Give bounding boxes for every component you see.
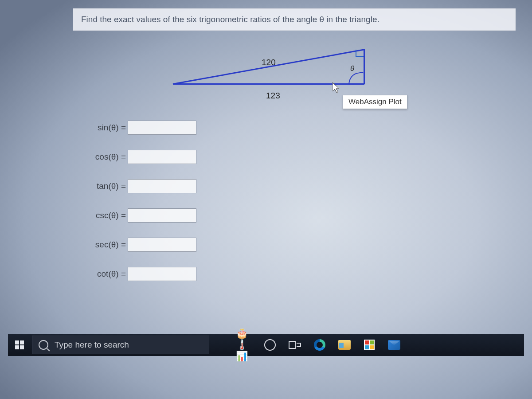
microsoft-store-icon[interactable] — [360, 336, 379, 354]
answer-row-cot: cot(θ) = — [82, 265, 196, 283]
answer-row-cos: cos(θ) = — [82, 148, 196, 166]
angle-theta-label: θ — [350, 64, 354, 73]
search-icon — [39, 340, 48, 350]
answer-input-sec[interactable] — [128, 238, 196, 252]
answer-input-cos[interactable] — [128, 150, 196, 164]
answer-label: sin(θ) = — [82, 123, 128, 133]
base-label: 123 — [266, 91, 280, 101]
task-view-icon[interactable] — [286, 336, 304, 354]
answer-row-csc: csc(θ) = — [82, 207, 196, 224]
answer-row-sin: sin(θ) = — [82, 119, 196, 137]
answer-label: sec(θ) = — [82, 240, 128, 250]
answer-input-tan[interactable] — [128, 179, 196, 193]
taskbar: Type here to search 🎂🌡️📊 — [8, 334, 524, 356]
answer-row-sec: sec(θ) = — [82, 236, 196, 254]
answer-input-sin[interactable] — [128, 121, 196, 135]
answers-block: sin(θ) = cos(θ) = tan(θ) = csc(θ) = sec(… — [82, 119, 196, 294]
triangle-figure: 120 123 θ WebAssign Plot — [168, 49, 417, 111]
answer-input-cot[interactable] — [128, 267, 196, 281]
cortana-icon[interactable] — [261, 336, 279, 354]
theta-arc-icon — [348, 72, 365, 85]
answer-label: cos(θ) = — [82, 152, 128, 162]
question-prompt: Find the exact values of the six trigono… — [81, 15, 379, 24]
question-box: Find the exact values of the six trigono… — [73, 8, 516, 31]
right-angle-mark-icon — [356, 50, 364, 57]
figure-tooltip: WebAssign Plot — [343, 95, 407, 109]
edge-browser-icon[interactable] — [310, 336, 329, 354]
start-button[interactable] — [8, 334, 31, 356]
emoji-widget-icon[interactable]: 🎂🌡️📊 — [236, 336, 254, 354]
triangle-shape: 120 123 θ — [173, 49, 364, 89]
answer-input-csc[interactable] — [128, 208, 196, 223]
answer-label: csc(θ) = — [82, 211, 128, 220]
hypotenuse-label: 120 — [262, 58, 276, 67]
answer-label: cot(θ) = — [82, 269, 128, 279]
taskbar-search[interactable]: Type here to search — [32, 336, 209, 354]
windows-logo-icon — [15, 340, 24, 349]
question-panel: Find the exact values of the six trigono… — [35, 0, 519, 324]
search-placeholder: Type here to search — [55, 340, 129, 350]
taskbar-icons: 🎂🌡️📊 — [236, 336, 403, 354]
mail-icon[interactable] — [385, 336, 403, 354]
answer-row-tan: tan(θ) = — [82, 177, 196, 195]
answer-label: tan(θ) = — [82, 181, 128, 191]
file-explorer-icon[interactable] — [335, 336, 354, 354]
